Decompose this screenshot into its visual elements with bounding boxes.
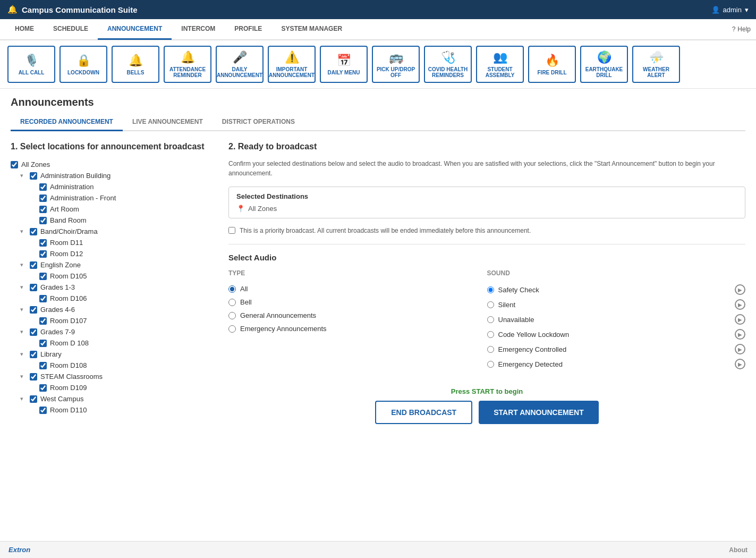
grades-4-6-checkbox[interactable] <box>30 306 37 314</box>
tree-room-d108b[interactable]: Room D108 <box>39 360 213 371</box>
type-bell-radio[interactable] <box>228 299 236 306</box>
sound-emergency-detected-play[interactable]: ▶ <box>735 359 745 369</box>
expand-grades-7-9-icon[interactable]: ▾ <box>20 328 27 335</box>
expand-english-icon[interactable]: ▾ <box>20 261 27 268</box>
expand-west-campus-icon[interactable]: ▾ <box>20 395 27 402</box>
type-bell[interactable]: Bell <box>228 295 487 309</box>
group-west-campus-item[interactable]: ▾ West Campus <box>20 393 213 404</box>
type-all[interactable]: All <box>228 282 487 295</box>
qa-attendance-reminder[interactable]: 🔔 ATTENDANCE REMINDER <box>164 46 211 83</box>
english-zone-checkbox[interactable] <box>30 261 37 269</box>
administration-front-checkbox[interactable] <box>39 195 47 202</box>
sound-safety-check-play[interactable]: ▶ <box>735 284 745 295</box>
expand-band-choir-icon[interactable]: ▾ <box>20 228 27 235</box>
group-library-item[interactable]: ▾ Library <box>20 349 213 360</box>
room-d108a-checkbox[interactable] <box>39 340 47 347</box>
group-grades-7-9-item[interactable]: ▾ Grades 7-9 <box>20 326 213 337</box>
expand-steam-icon[interactable]: ▾ <box>20 373 27 380</box>
group-grades-4-6-item[interactable]: ▾ Grades 4-6 <box>20 304 213 315</box>
qa-important-announcement[interactable]: ⚠️ IMPORTANT ANNOUNCEMENT <box>268 46 316 83</box>
tree-room-d11[interactable]: Room D11 <box>39 237 213 248</box>
room-d106-checkbox[interactable] <box>39 295 47 302</box>
group-band-choir-drama-item[interactable]: ▾ Band/Choir/Drama <box>20 226 213 237</box>
sound-silent-radio[interactable] <box>487 301 494 308</box>
sound-code-yellow-play[interactable]: ▶ <box>735 329 745 340</box>
west-campus-checkbox[interactable] <box>30 395 37 403</box>
tree-room-d106[interactable]: Room D106 <box>39 293 213 304</box>
library-checkbox[interactable] <box>30 351 37 358</box>
sound-silent-play[interactable]: ▶ <box>735 299 745 310</box>
qa-fire-drill[interactable]: 🔥 FIRE DRILL <box>528 46 576 83</box>
art-room-checkbox[interactable] <box>39 206 47 213</box>
sound-safety-check-radio[interactable] <box>487 286 494 293</box>
sound-code-yellow-radio[interactable] <box>487 331 494 338</box>
expand-admin-building-icon[interactable]: ▾ <box>20 172 27 179</box>
sound-unavailable-play[interactable]: ▶ <box>735 314 745 325</box>
sound-emergency-controlled-left[interactable]: Emergency Controlled <box>487 345 567 353</box>
end-broadcast-button[interactable]: END BROADCAST <box>375 401 472 424</box>
qa-earthquake-drill[interactable]: 🌍 EARTHQUAKE DRILL <box>580 46 628 83</box>
qa-bells[interactable]: 🔔 BELLS <box>112 46 159 83</box>
group-steam-item[interactable]: ▾ STEAM Classrooms <box>20 371 213 382</box>
nav-intercom[interactable]: INTERCOM <box>172 19 225 40</box>
sound-safety-check-left[interactable]: Safety Check <box>487 286 539 294</box>
sound-unavailable-left[interactable]: Unavailable <box>487 316 534 324</box>
nav-system-manager[interactable]: SYSTEM MANAGER <box>271 19 352 40</box>
type-emergency-radio[interactable] <box>228 325 236 333</box>
grades-1-3-checkbox[interactable] <box>30 284 37 291</box>
priority-checkbox[interactable] <box>228 227 235 234</box>
type-general[interactable]: General Announcements <box>228 309 487 322</box>
qa-daily-announcement[interactable]: 🎤 DAILY ANNOUNCEMENT <box>216 46 264 83</box>
group-grades-1-3-item[interactable]: ▾ Grades 1-3 <box>20 282 213 293</box>
admin-building-checkbox[interactable] <box>30 172 37 180</box>
nav-profile[interactable]: PROFILE <box>225 19 271 40</box>
band-choir-checkbox[interactable] <box>30 228 37 235</box>
tree-band-room[interactable]: Band Room <box>39 215 213 226</box>
grades-7-9-checkbox[interactable] <box>30 328 37 336</box>
qa-lockdown[interactable]: 🔒 LOCKDOWN <box>60 46 107 83</box>
help-button[interactable]: ? Help <box>732 26 751 33</box>
qa-all-call[interactable]: 🎙️ ALL CALL <box>7 46 55 83</box>
tree-all-zones[interactable]: All Zones <box>11 159 213 170</box>
nav-schedule[interactable]: SCHEDULE <box>44 19 98 40</box>
tab-recorded[interactable]: RECORDED ANNOUNCEMENT <box>11 114 123 131</box>
sound-silent-left[interactable]: Silent <box>487 301 516 309</box>
room-d105-checkbox[interactable] <box>39 273 47 280</box>
sound-emergency-controlled-radio[interactable] <box>487 346 494 353</box>
tree-room-d12[interactable]: Room D12 <box>39 248 213 259</box>
room-d108b-checkbox[interactable] <box>39 362 47 369</box>
tree-room-d108a[interactable]: Room D 108 <box>39 337 213 349</box>
tree-administration[interactable]: Administration <box>39 181 213 192</box>
administration-checkbox[interactable] <box>39 183 47 191</box>
sound-emergency-detected-left[interactable]: Emergency Detected <box>487 360 563 368</box>
tree-art-room[interactable]: Art Room <box>39 204 213 215</box>
qa-weather-alert[interactable]: ⛈️ WEATHER ALERT <box>632 46 680 83</box>
sound-code-yellow-left[interactable]: Code Yellow Lockdown <box>487 331 570 339</box>
user-menu[interactable]: 👤 admin ▾ <box>711 6 749 14</box>
nav-announcement[interactable]: ANNOUNCEMENT <box>98 19 172 40</box>
room-d107-checkbox[interactable] <box>39 317 47 325</box>
steam-checkbox[interactable] <box>30 373 37 381</box>
qa-daily-menu[interactable]: 📅 DAILY MENU <box>320 46 368 83</box>
band-room-checkbox[interactable] <box>39 217 47 224</box>
sound-emergency-detected-radio[interactable] <box>487 361 494 368</box>
tree-administration-front[interactable]: Administration - Front <box>39 192 213 204</box>
group-english-zone-item[interactable]: ▾ English Zone <box>20 259 213 270</box>
tab-live[interactable]: LIVE ANNOUNCEMENT <box>123 114 213 131</box>
room-d110-checkbox[interactable] <box>39 407 47 414</box>
room-d12-checkbox[interactable] <box>39 250 47 258</box>
tree-room-d110[interactable]: Room D110 <box>39 404 213 416</box>
qa-student-assembly[interactable]: 👥 STUDENT ASSEMBLY <box>476 46 524 83</box>
all-zones-checkbox[interactable] <box>11 161 18 168</box>
tree-room-d109[interactable]: Room D109 <box>39 382 213 393</box>
room-d109-checkbox[interactable] <box>39 384 47 392</box>
sound-unavailable-radio[interactable] <box>487 316 494 323</box>
expand-grades-4-6-icon[interactable]: ▾ <box>20 306 27 313</box>
tree-room-d105[interactable]: Room D105 <box>39 270 213 282</box>
room-d11-checkbox[interactable] <box>39 239 47 247</box>
group-admin-building-item[interactable]: ▾ Administration Building <box>20 170 213 181</box>
nav-home[interactable]: HOME <box>5 19 44 40</box>
start-announcement-button[interactable]: START ANNOUNCEMENT <box>479 401 599 424</box>
type-emergency[interactable]: Emergency Announcements <box>228 322 487 335</box>
qa-covid-health[interactable]: 🩺 COVID HEALTH REMINDERS <box>424 46 472 83</box>
